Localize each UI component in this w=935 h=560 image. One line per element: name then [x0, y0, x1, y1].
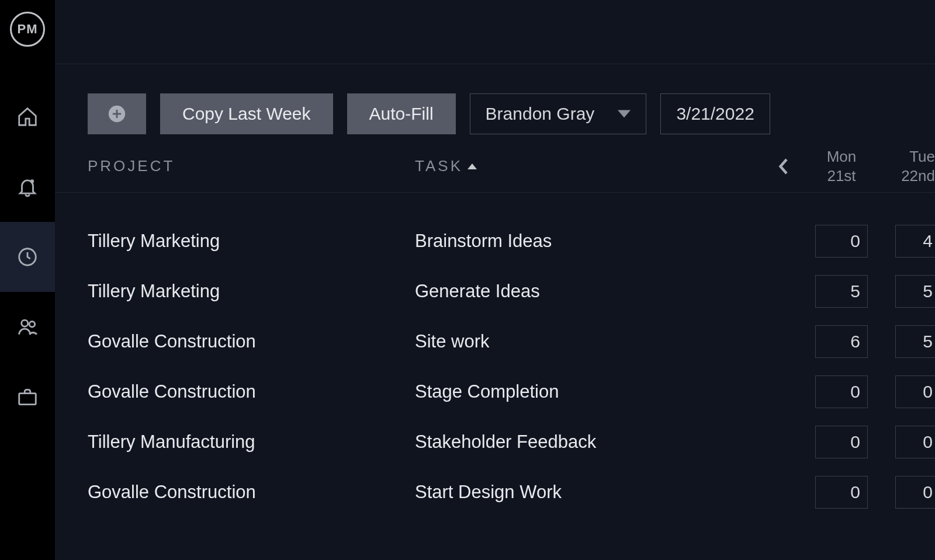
bell-icon [16, 176, 39, 198]
table-row: Tillery ManufacturingStakeholder Feedbac… [88, 417, 935, 467]
add-row-button[interactable] [88, 93, 146, 134]
home-icon [16, 106, 39, 128]
briefcase-icon [16, 386, 39, 408]
column-day-tue: Tue 22nd [882, 147, 935, 185]
nav-home[interactable] [0, 82, 55, 152]
hours-input-tue[interactable]: 4 [895, 225, 935, 258]
nav-briefcase[interactable] [0, 362, 55, 432]
svg-rect-4 [19, 394, 36, 405]
hours-input-tue[interactable]: 5 [895, 325, 935, 358]
copy-last-week-button[interactable]: Copy Last Week [160, 93, 333, 134]
hours-input-mon[interactable]: 6 [815, 325, 868, 358]
topbar [55, 0, 935, 64]
svg-point-3 [29, 322, 35, 328]
column-task-label: TASK [415, 157, 463, 175]
cell-task: Brainstorm Ideas [415, 231, 766, 252]
column-day-mon: Mon 21st [801, 147, 882, 185]
svg-marker-8 [618, 110, 631, 117]
cell-project: Govalle Construction [88, 482, 415, 503]
cell-project: Tillery Manufacturing [88, 432, 415, 453]
table-body: Tillery MarketingBrainstorm Ideas04Tille… [55, 193, 935, 517]
timesheet-table: PROJECT TASK Mon 21st Tue 22nd Tillery M… [55, 134, 935, 560]
chevron-left-icon [777, 158, 789, 175]
user-select-value: Brandon Gray [486, 104, 595, 124]
prev-week-button[interactable] [766, 158, 801, 175]
sort-asc-icon [468, 164, 477, 169]
auto-fill-button[interactable]: Auto-Fill [347, 93, 456, 134]
logo: PM [10, 12, 45, 47]
table-header: PROJECT TASK Mon 21st Tue 22nd [55, 140, 935, 193]
user-select[interactable]: Brandon Gray [470, 93, 647, 134]
toolbar: Copy Last Week Auto-Fill Brandon Gray 3/… [55, 64, 935, 134]
cell-project: Govalle Construction [88, 381, 415, 402]
cell-project: Tillery Marketing [88, 231, 415, 252]
main-content: Copy Last Week Auto-Fill Brandon Gray 3/… [55, 0, 935, 560]
hours-input-mon[interactable]: 5 [815, 275, 868, 308]
table-row: Tillery MarketingGenerate Ideas55 [88, 266, 935, 316]
week-date-value: 3/21/2022 [676, 104, 754, 124]
cell-task: Stage Completion [415, 381, 766, 402]
hours-input-mon[interactable]: 0 [815, 476, 868, 509]
svg-rect-7 [113, 113, 121, 115]
hours-input-mon[interactable]: 0 [815, 375, 868, 408]
hours-input-tue[interactable]: 0 [895, 375, 935, 408]
nav-timesheet[interactable] [0, 222, 55, 292]
cell-task: Generate Ideas [415, 281, 766, 302]
hours-input-tue[interactable]: 0 [895, 426, 935, 458]
nav-people[interactable] [0, 292, 55, 362]
cell-task: Site work [415, 331, 766, 352]
week-date-picker[interactable]: 3/21/2022 [660, 93, 770, 134]
nav-notifications[interactable] [0, 152, 55, 222]
hours-input-tue[interactable]: 5 [895, 275, 935, 308]
clock-icon [16, 246, 39, 268]
people-icon [16, 316, 39, 338]
svg-point-2 [22, 320, 28, 326]
table-row: Tillery MarketingBrainstorm Ideas04 [88, 216, 935, 266]
cell-task: Stakeholder Feedback [415, 432, 766, 453]
table-row: Govalle ConstructionStage Completion00 [88, 367, 935, 417]
table-row: Govalle ConstructionSite work65 [88, 316, 935, 367]
sidebar: PM [0, 0, 55, 560]
plus-circle-icon [107, 104, 127, 124]
svg-point-0 [30, 179, 34, 183]
hours-input-mon[interactable]: 0 [815, 225, 868, 258]
column-task[interactable]: TASK [415, 157, 766, 175]
cell-task: Start Design Work [415, 482, 766, 503]
table-row: Govalle ConstructionStart Design Work00 [88, 467, 935, 517]
hours-input-mon[interactable]: 0 [815, 426, 868, 458]
cell-project: Govalle Construction [88, 331, 415, 352]
cell-project: Tillery Marketing [88, 281, 415, 302]
chevron-down-icon [618, 110, 631, 118]
column-project[interactable]: PROJECT [88, 157, 415, 175]
hours-input-tue[interactable]: 0 [895, 476, 935, 509]
